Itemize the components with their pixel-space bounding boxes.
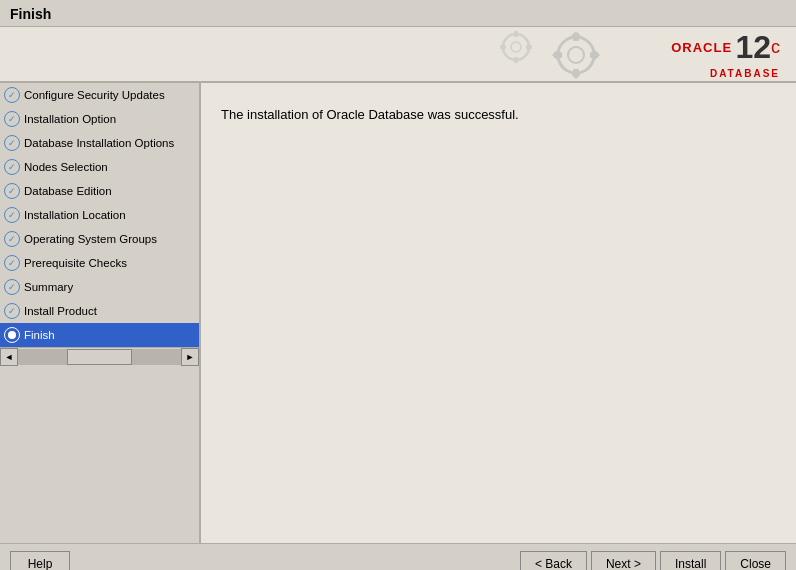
sidebar-item-label-5: Installation Location	[24, 209, 126, 221]
svg-point-1	[568, 47, 584, 63]
step-icon-4	[4, 183, 20, 199]
sidebar-item-7[interactable]: Prerequisite Checks	[0, 251, 199, 275]
step-icon-6	[4, 231, 20, 247]
step-icon-5	[4, 207, 20, 223]
svg-rect-12	[514, 31, 518, 37]
svg-point-10	[503, 34, 529, 60]
sidebar-item-label-7: Prerequisite Checks	[24, 257, 127, 269]
scroll-right-arrow[interactable]: ►	[181, 348, 199, 366]
svg-rect-8	[552, 50, 562, 60]
sidebar-nav: Configure Security UpdatesInstallation O…	[0, 83, 199, 347]
back-button[interactable]: < Back	[520, 551, 587, 571]
step-icon-10	[4, 327, 20, 343]
gears-decoration	[0, 27, 636, 81]
step-icon-1	[4, 111, 20, 127]
sidebar-item-8[interactable]: Summary	[0, 275, 199, 299]
sidebar-item-1[interactable]: Installation Option	[0, 107, 199, 131]
step-icon-2	[4, 135, 20, 151]
next-button[interactable]: Next >	[591, 551, 656, 571]
install-button[interactable]: Install	[660, 551, 721, 571]
sidebar-item-9[interactable]: Install Product	[0, 299, 199, 323]
step-icon-8	[4, 279, 20, 295]
oracle-version-number: 12	[735, 29, 771, 66]
svg-rect-14	[500, 45, 506, 49]
bottom-bar: Help < Back Next > Install Close	[0, 543, 796, 570]
sidebar-item-label-10: Finish	[24, 329, 55, 341]
close-button[interactable]: Close	[725, 551, 786, 571]
content-area: The installation of Oracle Database was …	[200, 83, 796, 543]
svg-point-11	[511, 42, 521, 52]
scroll-track	[18, 349, 181, 365]
step-icon-0	[4, 87, 20, 103]
scroll-left-arrow[interactable]: ◄	[0, 348, 18, 366]
svg-point-0	[558, 37, 594, 73]
step-icon-3	[4, 159, 20, 175]
help-button[interactable]: Help	[10, 551, 70, 571]
sidebar: Configure Security UpdatesInstallation O…	[0, 83, 200, 543]
sidebar-item-4[interactable]: Database Edition	[0, 179, 199, 203]
svg-rect-6	[571, 31, 581, 41]
sidebar-item-label-2: Database Installation Options	[24, 137, 174, 149]
oracle-version-suffix: c	[771, 37, 780, 58]
sidebar-item-2[interactable]: Database Installation Options	[0, 131, 199, 155]
sidebar-scrollbar[interactable]: ◄ ►	[0, 347, 199, 365]
window-title: Finish	[10, 6, 51, 22]
header: ORACLE 12c DATABASE	[0, 27, 796, 83]
oracle-database-text: DATABASE	[710, 68, 780, 79]
sidebar-item-label-3: Nodes Selection	[24, 161, 108, 173]
title-bar: Finish	[0, 0, 796, 27]
sidebar-item-label-9: Install Product	[24, 305, 97, 317]
sidebar-item-0[interactable]: Configure Security Updates	[0, 83, 199, 107]
svg-rect-9	[571, 69, 581, 79]
sidebar-item-3[interactable]: Nodes Selection	[0, 155, 199, 179]
sidebar-item-label-6: Operating System Groups	[24, 233, 157, 245]
success-message: The installation of Oracle Database was …	[221, 107, 776, 122]
sidebar-item-label-8: Summary	[24, 281, 73, 293]
step-icon-9	[4, 303, 20, 319]
svg-rect-13	[514, 57, 518, 63]
oracle-brand-text: ORACLE	[671, 40, 732, 55]
sidebar-item-10[interactable]: Finish	[0, 323, 199, 347]
sidebar-item-6[interactable]: Operating System Groups	[0, 227, 199, 251]
sidebar-item-label-0: Configure Security Updates	[24, 89, 165, 101]
main-container: Configure Security UpdatesInstallation O…	[0, 83, 796, 543]
scroll-thumb[interactable]	[67, 349, 132, 365]
svg-rect-7	[590, 50, 600, 60]
oracle-logo: ORACLE 12c DATABASE	[671, 29, 780, 80]
step-icon-7	[4, 255, 20, 271]
sidebar-item-label-1: Installation Option	[24, 113, 116, 125]
gears-icon	[456, 27, 636, 81]
svg-rect-15	[526, 45, 532, 49]
sidebar-item-5[interactable]: Installation Location	[0, 203, 199, 227]
sidebar-item-label-4: Database Edition	[24, 185, 112, 197]
